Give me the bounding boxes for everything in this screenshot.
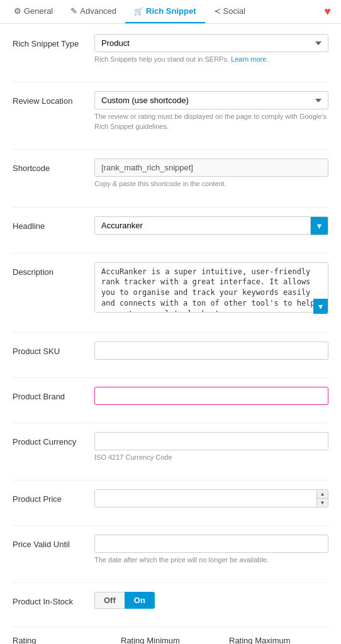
rating-group: Rating Rating score of the product. Opti…: [13, 636, 112, 644]
price-valid-until-input[interactable]: [94, 535, 328, 553]
shortcode-hint: Copy & paste this shortcode in the conte…: [94, 179, 328, 189]
price-decrement-button[interactable]: ▼: [316, 499, 328, 507]
review-location-hint: The review or rating must be displayed o…: [94, 112, 328, 131]
rich-snippet-type-control: Product Article Review Recipe Event Vide…: [94, 34, 328, 64]
shortcode-label: Shortcode: [13, 158, 94, 173]
rich-snippet-type-select[interactable]: Product Article Review Recipe Event Vide…: [94, 34, 328, 52]
headline-control: Accuranker Custom ▾: [94, 216, 328, 235]
tab-advanced-label: Advanced: [80, 6, 116, 16]
description-control: AccuRanker is a super intuitive, user-fr…: [94, 262, 328, 314]
product-currency-label: Product Currency: [13, 432, 94, 447]
tab-social[interactable]: Social: [205, 0, 254, 23]
product-in-stock-row: Product In-Stock Off On: [13, 592, 328, 615]
product-currency-row: Product Currency ISO 4217 Currency Code: [13, 432, 328, 469]
headline-expand-button[interactable]: ▾: [311, 216, 328, 235]
price-valid-until-label: Price Valid Until: [13, 535, 94, 549]
product-sku-input[interactable]: [94, 341, 328, 360]
price-valid-until-hint: The date after which the price will no l…: [94, 555, 328, 565]
share-icon: [214, 6, 221, 16]
toggle-on-button[interactable]: On: [125, 592, 155, 609]
product-currency-control: ISO 4217 Currency Code: [94, 432, 328, 462]
shortcode-row: Shortcode Copy & paste this shortcode in…: [13, 158, 328, 195]
tab-rich-snippet[interactable]: Rich Snippet: [125, 0, 204, 23]
headline-label: Headline: [13, 216, 94, 231]
rating-maximum-group: Rating Maximum Rating score of the produ…: [229, 636, 328, 644]
price-increment-button[interactable]: ▲: [316, 490, 328, 499]
product-brand-input[interactable]: [94, 387, 328, 405]
review-location-control: Custom (use shortcode) Top of post Botto…: [94, 91, 328, 131]
product-in-stock-control: Off On: [94, 592, 328, 609]
form-content: Rich Snippet Type Product Article Review…: [0, 24, 341, 644]
tab-general-label: General: [24, 6, 53, 16]
rating-label: Rating: [13, 636, 112, 644]
tab-rich-snippet-label: Rich Snippet: [146, 6, 196, 16]
product-price-control: ▲ ▼: [94, 489, 328, 508]
product-price-row: Product Price ▲ ▼: [13, 489, 328, 514]
product-sku-label: Product SKU: [13, 341, 94, 356]
snippet-icon: [134, 6, 143, 16]
review-location-select[interactable]: Custom (use shortcode) Top of post Botto…: [94, 91, 328, 109]
shortcode-control: Copy & paste this shortcode in the conte…: [94, 158, 328, 189]
product-currency-hint: ISO 4217 Currency Code: [94, 453, 328, 462]
description-expand-button[interactable]: ▾: [313, 299, 328, 314]
tab-advanced[interactable]: Advanced: [62, 0, 125, 23]
gear-icon: [14, 6, 21, 16]
review-location-label: Review Location: [13, 91, 94, 106]
review-location-row: Review Location Custom (use shortcode) T…: [13, 91, 328, 138]
description-label: Description: [13, 262, 94, 277]
rich-snippet-type-hint: Rich Snippets help you stand out in SERP…: [94, 55, 328, 64]
product-sku-row: Product SKU: [13, 341, 328, 366]
product-brand-row: Product Brand: [13, 387, 328, 411]
tab-general[interactable]: General: [5, 0, 62, 23]
rating-minimum-group: Rating Minimum Rating minimum score of t…: [121, 636, 220, 644]
learn-more-link[interactable]: Learn more.: [231, 55, 268, 63]
rating-minimum-label: Rating Minimum: [121, 636, 220, 644]
product-in-stock-toggle: Off On: [94, 592, 328, 609]
product-price-input[interactable]: [94, 489, 328, 508]
product-sku-control: [94, 341, 328, 360]
toggle-off-button[interactable]: Off: [94, 592, 125, 609]
tabs-container: General Advanced Rich Snippet Social ♥: [0, 0, 341, 24]
price-valid-until-row: Price Valid Until The date after which t…: [13, 535, 328, 571]
product-brand-control: [94, 387, 328, 405]
product-currency-input[interactable]: [94, 432, 328, 450]
headline-select[interactable]: Accuranker Custom: [94, 216, 311, 235]
product-price-spinner: ▲ ▼: [316, 490, 328, 507]
rich-snippet-type-row: Rich Snippet Type Product Article Review…: [13, 34, 328, 70]
description-row: Description AccuRanker is a super intuit…: [13, 262, 328, 321]
rating-section: Rating Rating score of the product. Opti…: [13, 636, 328, 644]
shortcode-input[interactable]: [94, 158, 328, 177]
tag-icon: [70, 6, 77, 16]
product-in-stock-label: Product In-Stock: [13, 592, 94, 606]
tab-social-label: Social: [223, 6, 245, 16]
description-textarea[interactable]: AccuRanker is a super intuitive, user-fr…: [94, 262, 328, 313]
favorite-button[interactable]: ♥: [319, 0, 336, 23]
rich-snippet-type-label: Rich Snippet Type: [13, 34, 94, 48]
rating-maximum-label: Rating Maximum: [229, 636, 328, 644]
product-price-label: Product Price: [13, 489, 94, 504]
price-valid-until-control: The date after which the price will no l…: [94, 535, 328, 565]
headline-row: Headline Accuranker Custom ▾: [13, 216, 328, 242]
product-brand-label: Product Brand: [13, 387, 94, 401]
